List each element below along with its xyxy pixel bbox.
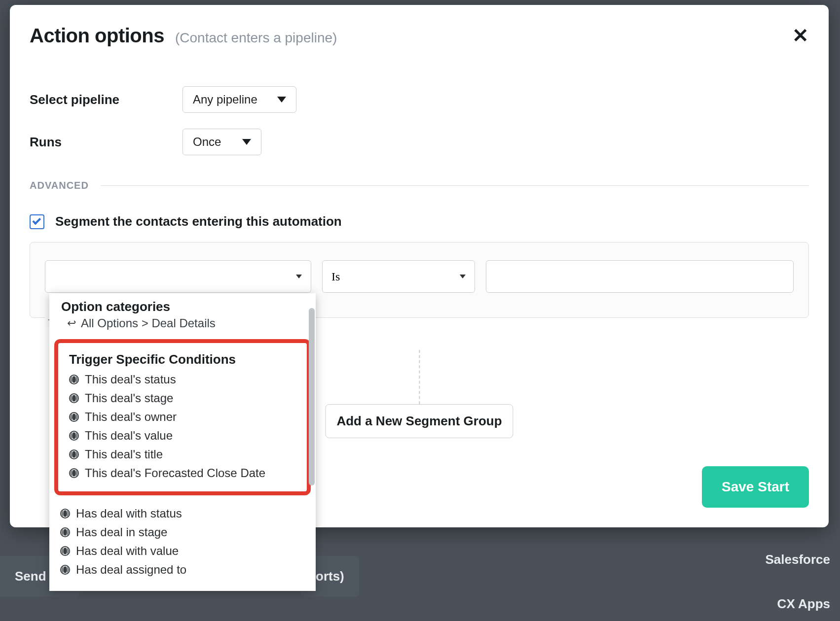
condition-row: Is bbox=[45, 260, 794, 293]
scrollbar[interactable] bbox=[309, 308, 315, 485]
dropdown-item[interactable]: This deal's status bbox=[58, 370, 307, 389]
runs-select-value: Once bbox=[193, 135, 221, 149]
dropdown-item[interactable]: This deal's Forecasted Close Date bbox=[58, 464, 307, 483]
condition-operator-select[interactable]: Is bbox=[322, 260, 475, 293]
segment-checkbox[interactable] bbox=[30, 214, 44, 229]
chevron-down-icon bbox=[460, 275, 466, 278]
pipeline-row: Select pipeline Any pipeline bbox=[30, 86, 809, 113]
condition-operator-value: Is bbox=[331, 270, 340, 283]
modal-header: Action options (Contact enters a pipelin… bbox=[30, 25, 809, 47]
back-arrow-icon: ↩ bbox=[67, 317, 76, 330]
dropdown-item-label: This deal's owner bbox=[85, 410, 177, 424]
attribute-dropdown: Option categories ↩ All Options > Deal D… bbox=[49, 293, 316, 591]
globe-icon bbox=[60, 527, 70, 537]
modal-subtitle: (Contact enters a pipeline) bbox=[175, 30, 337, 46]
dashed-line bbox=[419, 350, 420, 404]
dropdown-item[interactable]: Has deal in stage bbox=[49, 523, 316, 542]
runs-label: Runs bbox=[30, 135, 183, 150]
dropdown-item-label: Has deal with status bbox=[76, 507, 182, 520]
dropdown-breadcrumb[interactable]: ↩ All Options > Deal Details bbox=[49, 314, 316, 331]
globe-icon bbox=[60, 565, 70, 575]
segment-checkbox-row: Segment the contacts entering this autom… bbox=[30, 214, 809, 229]
close-icon[interactable]: ✕ bbox=[792, 26, 809, 45]
chevron-down-icon bbox=[242, 139, 251, 145]
dropdown-item[interactable]: Has deal assigned to bbox=[49, 560, 316, 579]
check-icon bbox=[32, 216, 41, 225]
globe-icon bbox=[69, 468, 79, 478]
globe-icon bbox=[69, 375, 79, 384]
advanced-heading: ADVANCED bbox=[30, 180, 809, 191]
pipeline-select[interactable]: Any pipeline bbox=[183, 86, 296, 113]
advanced-heading-label: ADVANCED bbox=[30, 180, 89, 191]
dropdown-item[interactable]: Has deal with status bbox=[49, 504, 316, 523]
globe-icon bbox=[69, 412, 79, 422]
dropdown-item-label: Has deal with value bbox=[76, 544, 179, 558]
dropdown-item-label: This deal's value bbox=[85, 429, 173, 443]
trigger-conditions-highlight: Trigger Specific Conditions This deal's … bbox=[54, 339, 311, 495]
dropdown-item[interactable]: This deal's owner bbox=[58, 408, 307, 426]
dropdown-item-label: This deal's title bbox=[85, 448, 163, 461]
condition-attribute-select[interactable] bbox=[45, 260, 311, 293]
divider bbox=[101, 185, 809, 186]
globe-icon bbox=[69, 449, 79, 459]
pipeline-select-value: Any pipeline bbox=[193, 93, 257, 106]
save-start-button[interactable]: Save Start bbox=[702, 466, 809, 508]
dropdown-item-label: This deal's stage bbox=[85, 391, 173, 405]
globe-icon bbox=[60, 546, 70, 556]
globe-icon bbox=[69, 431, 79, 441]
condition-value-input[interactable] bbox=[486, 260, 794, 293]
globe-icon bbox=[69, 393, 79, 403]
dropdown-item[interactable]: This deal's title bbox=[58, 445, 307, 464]
dropdown-item-label: Has deal in stage bbox=[76, 525, 167, 539]
modal-title: Action options bbox=[30, 25, 164, 47]
dropdown-item-label: Has deal assigned to bbox=[76, 563, 186, 577]
globe-icon bbox=[60, 509, 70, 518]
dropdown-item[interactable]: This deal's stage bbox=[58, 389, 307, 408]
chevron-down-icon bbox=[277, 97, 286, 103]
breadcrumb-text: All Options > Deal Details bbox=[81, 316, 216, 330]
chevron-down-icon bbox=[296, 275, 302, 278]
dropdown-item-label: This deal's Forecasted Close Date bbox=[85, 466, 265, 480]
dropdown-heading: Option categories bbox=[49, 297, 316, 314]
pipeline-label: Select pipeline bbox=[30, 92, 183, 107]
dropdown-item[interactable]: This deal's value bbox=[58, 426, 307, 445]
segment-checkbox-label: Segment the contacts entering this autom… bbox=[55, 214, 342, 229]
trigger-conditions-title: Trigger Specific Conditions bbox=[58, 350, 307, 370]
runs-select[interactable]: Once bbox=[183, 129, 261, 155]
background-right-item-2: CX Apps bbox=[767, 591, 840, 617]
dropdown-item-label: This deal's status bbox=[85, 373, 176, 386]
runs-row: Runs Once bbox=[30, 129, 809, 155]
segment-group-divider: Add a New Segment Group bbox=[325, 350, 513, 438]
dropdown-item[interactable]: Has deal with value bbox=[49, 542, 316, 560]
add-segment-group-button[interactable]: Add a New Segment Group bbox=[325, 404, 513, 438]
background-right-item-1: Salesforce bbox=[755, 547, 840, 572]
